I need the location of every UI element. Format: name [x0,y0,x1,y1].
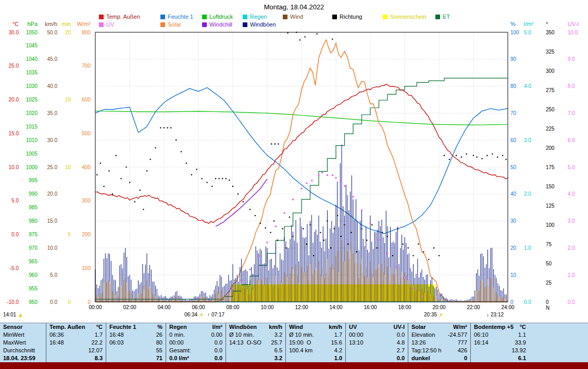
axis-hpa: hPa1050104510401035103010251020101510101… [26,21,38,305]
svg-text:10.0: 10.0 [568,30,578,35]
svg-text:-10.0: -10.0 [7,299,19,305]
svg-text:-5.0: -5.0 [10,265,19,271]
axis-uv-i: UV-I10.09.08.07.06.05.04.03.02.01.00.0 [568,21,579,305]
svg-text:20: 20 [510,245,517,251]
table-cell: 00:000.0 [346,331,408,339]
annotation-time: 14:01 [3,312,16,317]
svg-text:24:00: 24:00 [501,304,514,310]
table-cell: 100.4 km4.2 [286,347,345,354]
cell-label: 13:10 [349,339,364,347]
cell-value: 426 [458,347,467,354]
table-cell: Elevation-24.577 [408,331,470,339]
table-column-temp-aussen: Temp. Außen°C06:361.716:4822.212.078.3 [46,323,106,362]
cell-label: dunkel [411,354,430,362]
svg-text:50: 50 [510,164,517,170]
triangle-icon: ▲ [18,312,23,317]
cell-label: 13:26 [411,339,426,347]
cell-value: 4.2 [334,347,342,354]
sun-annotations: 14:01▲06:34☀↑07:1720:35☀↓23:12 [0,312,588,320]
cell-value: 0 [464,354,467,362]
svg-text:1040: 1040 [26,56,38,62]
svg-text:04:00: 04:00 [157,304,170,310]
svg-text:0.0: 0.0 [50,299,57,305]
svg-text:275: 275 [546,87,555,93]
svg-text:25.0: 25.0 [47,164,58,170]
table-cell: 13:26777 [408,339,470,347]
cell-label: 100.4 km [289,347,312,354]
svg-text:25: 25 [546,280,552,286]
svg-text:400: 400 [82,164,91,170]
svg-text:7.0: 7.0 [568,110,575,116]
svg-text:30.0: 30.0 [9,30,19,35]
svg-text:100: 100 [82,265,91,271]
svg-text:5.0: 5.0 [524,30,531,35]
table-cell: 15:00 O15.6 [286,339,345,347]
set-arrow-icon: ↓ [486,312,489,317]
svg-text:0: 0 [546,299,549,305]
axis-km-h: km/h50.045.040.035.030.025.020.015.010.0… [45,21,57,305]
table-cell: 3.2 [226,354,285,362]
svg-text:125: 125 [546,203,555,209]
svg-text:km/h: km/h [45,21,57,27]
svg-text:12:00: 12:00 [295,304,308,310]
table-header: UVUV-I [346,323,408,331]
footer-bar [0,362,588,369]
table-cell: 13:104.8 [346,339,408,347]
table-cell: 0.0 l/m²0.0 [166,354,226,362]
cell-value: 33.9 [515,339,526,347]
svg-text:175: 175 [546,164,555,170]
svg-text:60: 60 [510,137,517,143]
svg-text:40: 40 [510,191,517,197]
annotation-time: 20:35 [424,312,437,317]
svg-text:1015: 1015 [26,124,38,130]
svg-text:80: 80 [510,83,517,89]
svg-text:5.0: 5.0 [11,198,19,203]
table-row-label: MaxWert [0,339,46,347]
cell-value: -24.577 [448,331,467,339]
axis-w-m: W/m²8007006005004003002001000 [77,21,91,305]
cell-value: 13.92 [511,347,526,354]
table-header: Feuchte 1% [106,323,166,331]
svg-text:970: 970 [29,245,37,251]
series-windboen [95,145,506,302]
table-header: SolarW/m² [408,323,470,331]
cell-label: 06:03 [109,339,124,347]
axis-: °350325300275250225200175150125100755025… [546,21,555,311]
svg-text:25.0: 25.0 [9,63,19,69]
table-cell: Tag:12:50 h426 [408,347,470,354]
table-column-feuchte-1: Feuchte 1%16:482606:03805571 [106,323,166,362]
cell-value: 0.0 [215,354,222,362]
cell-label: Solar [411,323,426,331]
cell-value: km/h [269,323,282,331]
cell-value: 3.2 [274,354,282,362]
table-cell: 13.92 [471,347,588,354]
table-header: Windkm/h [286,323,345,331]
cell-label: 0 min. [169,331,185,339]
cell-value: 6.5 [274,347,282,354]
svg-text:75: 75 [546,241,552,247]
cell-value: 777 [458,339,467,347]
chart-svg: °C30.025.020.015.010.05.00.0-5.0-10.0hPa… [0,0,588,323]
annotation-07-17: ↑07:17 [207,312,224,317]
svg-text:1005: 1005 [26,151,38,157]
cell-label: 16:48 [49,339,64,347]
axis-c: °C30.025.020.015.010.05.00.0-5.0-10.0 [7,21,19,305]
annotation-time: 23:12 [491,312,504,317]
svg-text:20:00: 20:00 [432,304,445,310]
rise-arrow-icon: ↑ [207,312,210,317]
svg-text:02:00: 02:00 [123,304,136,310]
svg-text:300: 300 [546,68,555,74]
annotation-time: 06:34 [184,312,197,317]
svg-text:980: 980 [29,218,37,224]
cell-value: 55 [156,347,162,354]
svg-text:18:00: 18:00 [398,304,411,310]
svg-text:975: 975 [29,232,37,237]
svg-text:955: 955 [29,286,37,291]
cell-label: Tag:12:50 h [411,347,442,354]
table-cell: 8.3 [46,354,106,362]
annotation-06-34: 06:34☀ [184,312,204,317]
svg-text:70: 70 [510,110,517,116]
svg-text:1050: 1050 [26,30,38,35]
svg-text:50.0: 50.0 [47,30,58,35]
annotation-20-35: 20:35☀ [424,312,444,317]
